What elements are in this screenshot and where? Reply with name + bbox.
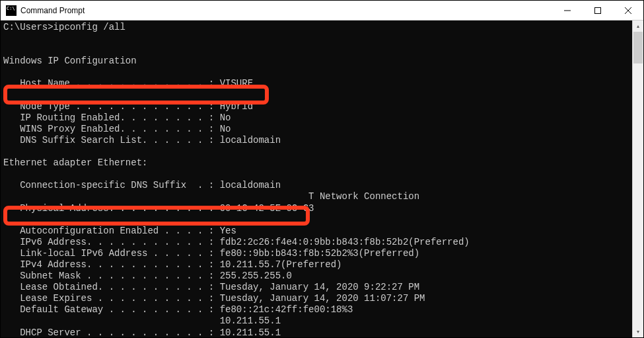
desc-tail-line: T Network Connection xyxy=(3,191,419,202)
maximize-button[interactable] xyxy=(583,1,613,20)
leaseobt-line: Lease Obtained. . . . . . . . . . : Tues… xyxy=(3,282,419,292)
autoconf-line: Autoconfiguration Enabled . . . . : Yes xyxy=(3,226,236,236)
physaddr-line: Physical Address. . . . . . . . . : 00-1… xyxy=(3,203,314,214)
section-header: Ethernet adapter Ethernet: xyxy=(3,157,147,168)
titlebar[interactable]: Command Prompt xyxy=(1,1,643,21)
close-button[interactable] xyxy=(613,1,643,20)
defgw1-line: Default Gateway . . . . . . . . . : fe80… xyxy=(3,304,353,315)
svg-rect-1 xyxy=(595,7,601,13)
section-header: Windows IP Configuration xyxy=(3,56,137,66)
dnssuffix-line: DNS Suffix Search List. . . . . . : loca… xyxy=(3,135,281,146)
leaseexp-line: Lease Expires . . . . . . . . . . : Tues… xyxy=(3,293,425,304)
dhcpserver-line: DHCP Server . . . . . . . . . . . : 10.2… xyxy=(3,327,281,337)
vertical-scrollbar[interactable]: ▴ ▾ xyxy=(632,21,643,337)
hostname-line: Host Name . . . . . . . . . . . . : VISU… xyxy=(3,78,253,89)
window-controls xyxy=(552,1,643,20)
scroll-down-arrow[interactable]: ▾ xyxy=(633,326,643,337)
ipv6-line: IPv6 Address. . . . . . . . . . . : fdb2… xyxy=(3,237,470,247)
connspec-line: Connection-specific DNS Suffix . : local… xyxy=(3,180,281,190)
scroll-up-arrow[interactable]: ▴ xyxy=(633,21,643,32)
terminal-output[interactable]: C:\Users>ipconfig /all Windows IP Config… xyxy=(1,21,632,337)
minimize-button[interactable] xyxy=(552,1,583,20)
iprouting-line: IP Routing Enabled. . . . . . . . : No xyxy=(3,112,231,123)
subnet-line: Subnet Mask . . . . . . . . . . . : 255.… xyxy=(3,271,292,281)
cmd-icon xyxy=(6,5,17,16)
nodetype-line: Node Type . . . . . . . . . . . . : Hybr… xyxy=(3,101,253,112)
physaddr-value: 00-1C-42-5E-0C-C3 xyxy=(220,203,314,214)
defgw2-line: 10.211.55.1 xyxy=(3,316,281,326)
linklocal-line: Link-local IPv6 Address . . . . . : fe80… xyxy=(3,248,419,259)
window-title: Command Prompt xyxy=(20,6,552,15)
hostname-value: VISURE xyxy=(220,78,253,89)
winsproxy-line: WINS Proxy Enabled. . . . . . . . : No xyxy=(3,124,231,134)
prompt-line: C:\Users>ipconfig /all xyxy=(3,22,125,32)
ipv4-line: IPv4 Address. . . . . . . . . . . : 10.2… xyxy=(3,259,341,270)
scrollbar-thumb[interactable] xyxy=(633,32,643,63)
